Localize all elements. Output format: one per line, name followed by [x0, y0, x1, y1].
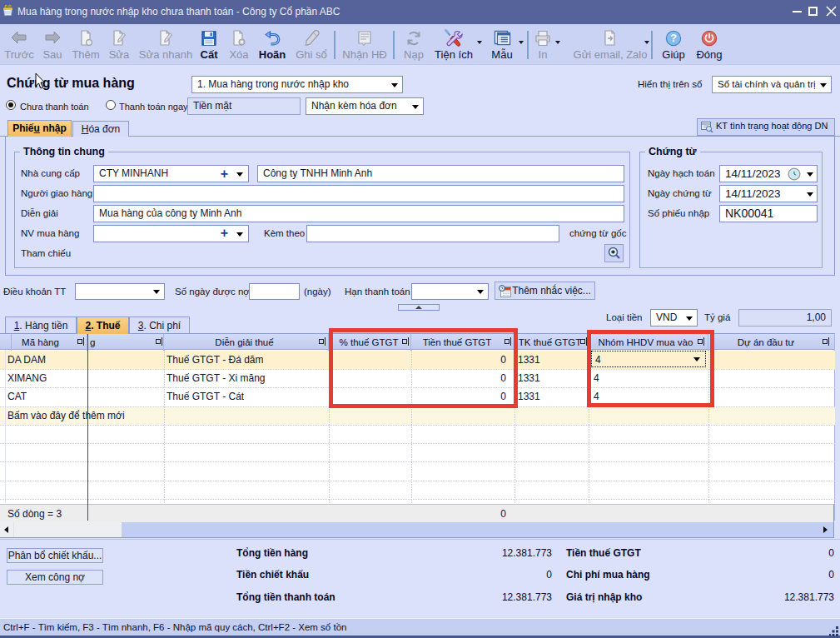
svg-text:?: ? [670, 32, 677, 44]
